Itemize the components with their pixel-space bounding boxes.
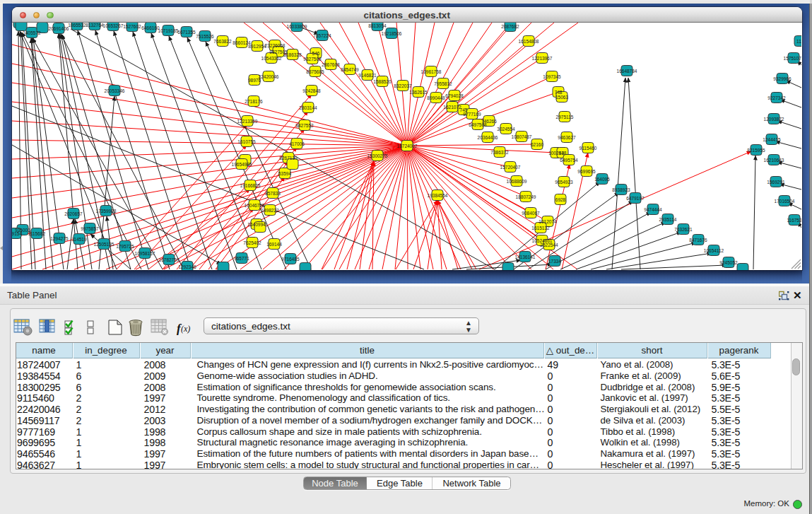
svg-text:10807487: 10807487 [512,134,532,139]
svg-text:15300275: 15300275 [367,153,388,158]
svg-text:19654985: 19654985 [232,162,252,167]
svg-text:98976: 98976 [248,78,261,83]
svg-text:1621072: 1621072 [443,105,461,110]
svg-text:1588520: 1588520 [373,79,392,84]
svg-text:15720407: 15720407 [500,165,521,170]
svg-text:3024554: 3024554 [497,127,515,132]
svg-text:16210643: 16210643 [764,158,784,163]
svg-text:12213369: 12213369 [237,119,258,124]
svg-text:2935114: 2935114 [659,217,677,222]
svg-text:1527602: 1527602 [123,24,141,29]
svg-text:9463627: 9463627 [558,135,576,140]
svg-text:8471676: 8471676 [689,238,707,243]
svg-text:9777169: 9777169 [463,112,481,117]
svg-text:62160: 62160 [531,142,543,147]
svg-text:6495754: 6495754 [560,158,578,163]
svg-text:20691406: 20691406 [49,26,69,31]
svg-text:169144: 169144 [266,242,282,247]
svg-text:8132764: 8132764 [86,23,104,28]
svg-text:438: 438 [559,151,567,156]
svg-text:53594: 53594 [278,171,291,176]
svg-text:1292346: 1292346 [178,264,196,269]
svg-text:9975857: 9975857 [81,226,99,231]
svg-text:16033809: 16033809 [287,24,307,29]
svg-text:39154: 39154 [12,231,22,236]
svg-text:20053346: 20053346 [105,88,125,93]
svg-text:2975115: 2975115 [556,115,574,119]
svg-text:1362615: 1362615 [409,90,428,95]
svg-text:116753: 116753 [787,218,801,223]
svg-text:9084067: 9084067 [522,211,540,216]
svg-text:10653267: 10653267 [103,23,124,28]
svg-text:7625402: 7625402 [243,240,261,245]
svg-text:8454749: 8454749 [341,67,359,72]
svg-text:6794028: 6794028 [445,93,464,98]
svg-text:18807249: 18807249 [516,194,536,199]
svg-text:7357224: 7357224 [313,33,331,38]
svg-text:857833: 857833 [265,191,281,196]
svg-text:2718176: 2718176 [245,99,263,104]
svg-text:12093872: 12093872 [764,117,784,122]
svg-text:17016504: 17016504 [775,199,795,204]
svg-text:9654923: 9654923 [555,180,573,185]
svg-text:7955812: 7955812 [434,81,452,86]
svg-text:22420046: 22420046 [259,74,279,79]
svg-text:17334: 17334 [548,259,561,264]
svg-text:546: 546 [312,51,320,56]
svg-text:8427552: 8427552 [295,123,314,128]
svg-text:16648784: 16648784 [617,69,637,74]
svg-text:9115460: 9115460 [579,146,597,151]
svg-text:8912954: 8912954 [248,44,266,49]
svg-text:9245052: 9245052 [719,260,738,265]
svg-text:18724007: 18724007 [397,144,418,148]
svg-text:2020657: 2020657 [64,211,83,216]
svg-text:2803144: 2803144 [299,105,317,110]
svg-text:1498222: 1498222 [261,208,279,213]
svg-text:9327508: 9327508 [303,57,322,62]
svg-text:6479197: 6479197 [626,196,645,201]
svg-text:7632621: 7632621 [674,227,693,232]
svg-text:9474444: 9474444 [644,207,662,212]
svg-text:1569291: 1569291 [767,180,785,185]
svg-text:12213967: 12213967 [532,56,553,61]
svg-text:17359928: 17359928 [96,209,117,214]
svg-text:12505135: 12505135 [94,242,114,247]
svg-text:16782759: 16782759 [159,257,180,262]
svg-text:1097345: 1097345 [543,74,561,79]
svg-text:10688609: 10688609 [507,179,527,184]
svg-text:19218506: 19218506 [382,31,402,36]
svg-text:748: 748 [555,90,563,95]
svg-text:15751074: 15751074 [784,56,801,61]
svg-text:15063: 15063 [555,95,568,100]
svg-text:10961758: 10961758 [421,69,442,74]
svg-text:8990448: 8990448 [427,95,445,100]
svg-text:9242848: 9242848 [302,88,321,93]
svg-text:10654112: 10654112 [704,248,724,253]
svg-text:8215955: 8215955 [747,148,765,153]
svg-text:10046758: 10046758 [245,203,265,208]
svg-text:9146821: 9146821 [358,73,377,78]
svg-text:8813054: 8813054 [368,23,387,28]
svg-text:114519: 114519 [71,237,87,242]
svg-text:7515526: 7515526 [196,34,214,39]
svg-text:9329966: 9329966 [773,76,792,81]
svg-text:2522544: 2522544 [540,243,558,247]
svg-text:1115682: 1115682 [28,231,46,236]
svg-text:10719185: 10719185 [158,28,179,33]
svg-text:(x): (x) [181,324,190,334]
svg-text:8186328: 8186328 [283,52,302,57]
svg-text:7386372: 7386372 [490,150,509,155]
svg-text:6671355: 6671355 [177,30,196,35]
svg-text:1012074: 1012074 [539,219,557,224]
svg-text:2087682: 2087682 [501,24,519,29]
svg-text:1610755: 1610755 [237,139,256,144]
svg-text:8938923: 8938923 [612,187,630,192]
svg-text:164095: 164095 [594,177,610,182]
svg-text:10543362: 10543362 [261,56,282,61]
svg-text:9227342: 9227342 [767,95,786,100]
svg-text:14136141: 14136141 [515,255,536,259]
svg-text:6928: 6928 [555,197,566,202]
svg-text:20364436: 20364436 [478,135,498,140]
svg-text:1405572: 1405572 [23,30,41,35]
svg-text:6497568: 6497568 [469,122,487,127]
